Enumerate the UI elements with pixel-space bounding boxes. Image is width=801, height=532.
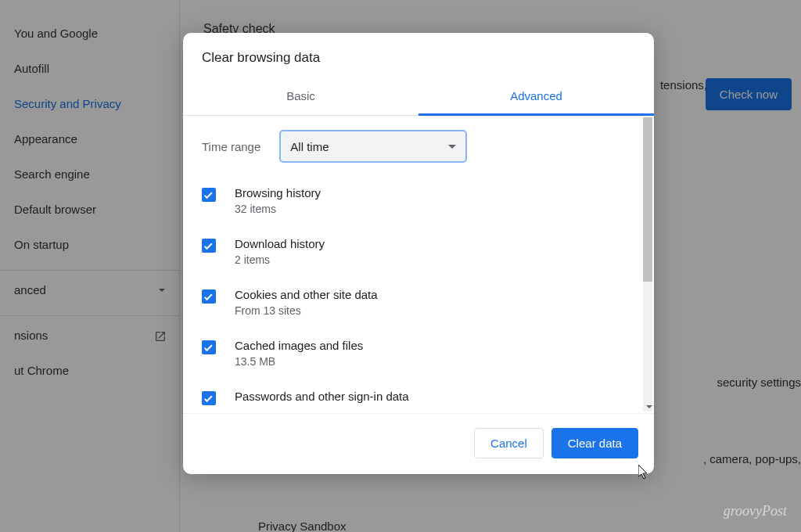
option-sub: 2 items <box>235 253 325 266</box>
time-range-select[interactable]: All time <box>279 130 467 163</box>
option-title: Cached images and files <box>235 339 363 352</box>
dialog-title: Clear browsing data <box>183 33 654 78</box>
dialog-footer: Cancel Clear data <box>183 413 654 474</box>
time-range-row: Time range All time <box>202 125 635 178</box>
checkmark-icon <box>204 190 213 199</box>
watermark-text: groovyPost <box>724 503 787 519</box>
option-download-history[interactable]: Download history 2 items <box>202 229 635 280</box>
clear-browsing-data-dialog: Clear browsing data Basic Advanced Time … <box>183 33 654 474</box>
option-cached[interactable]: Cached images and files 13.5 MB <box>202 331 635 382</box>
scrollbar-track[interactable] <box>643 117 652 412</box>
checkbox-passwords[interactable] <box>202 391 216 405</box>
option-title: Passwords and other sign-in data <box>235 390 409 403</box>
checkmark-icon <box>204 394 213 402</box>
caret-down-icon <box>448 145 456 149</box>
cancel-button[interactable]: Cancel <box>474 428 544 458</box>
option-title: Cookies and other site data <box>235 288 378 301</box>
option-passwords[interactable]: Passwords and other sign-in data <box>202 382 635 413</box>
tab-basic[interactable]: Basic <box>183 78 418 115</box>
option-title: Download history <box>235 237 325 250</box>
option-sub: 13.5 MB <box>235 355 363 368</box>
option-cookies[interactable]: Cookies and other site data From 13 site… <box>202 280 635 331</box>
tab-advanced[interactable]: Advanced <box>418 78 654 116</box>
clear-data-button[interactable]: Clear data <box>551 428 638 458</box>
checkmark-icon <box>204 241 213 250</box>
option-sub: From 13 sites <box>235 304 378 317</box>
checkbox-cached[interactable] <box>202 340 216 354</box>
time-range-label: Time range <box>202 140 260 153</box>
checkmark-icon <box>204 343 213 351</box>
option-title: Browsing history <box>235 186 321 200</box>
time-range-value: All time <box>290 140 329 153</box>
dialog-body: Time range All time Browsing history 32 … <box>183 116 654 413</box>
option-sub: 32 items <box>235 203 321 215</box>
dialog-tabs: Basic Advanced <box>183 78 654 116</box>
scrollbar-thumb[interactable] <box>643 117 652 282</box>
checkbox-browsing-history[interactable] <box>202 188 216 202</box>
checkmark-icon <box>204 292 213 300</box>
option-browsing-history[interactable]: Browsing history 32 items <box>202 178 635 229</box>
scrollbar-down-arrow-icon[interactable] <box>646 405 652 408</box>
checkbox-download-history[interactable] <box>202 239 216 253</box>
checkbox-cookies[interactable] <box>202 289 216 304</box>
